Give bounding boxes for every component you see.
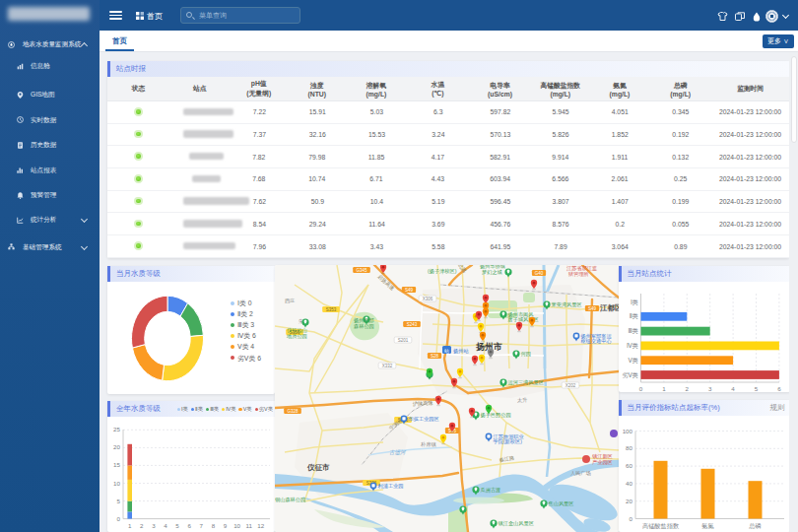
svg-text:10: 10 — [113, 480, 120, 487]
svg-text:总磷: 总磷 — [748, 522, 761, 529]
svg-text:何园: 何园 — [521, 351, 531, 357]
svg-text:学院(新校区): 学院(新校区) — [494, 438, 523, 445]
svg-text:太升: 太升 — [517, 397, 527, 403]
svg-text:S49: S49 — [588, 306, 597, 311]
svg-text:6: 6 — [187, 522, 191, 529]
svg-text:Ⅰ类: Ⅰ类 — [630, 298, 637, 304]
svg-text:20: 20 — [113, 443, 120, 450]
svg-text:狱管理所: 狱管理所 — [568, 271, 589, 278]
svg-text:7: 7 — [200, 522, 204, 529]
svg-text:9: 9 — [224, 522, 228, 529]
svg-text:40: 40 — [626, 479, 632, 486]
svg-text:Ⅲ类: Ⅲ类 — [628, 327, 637, 334]
svg-text:60: 60 — [626, 462, 632, 469]
svg-text:X306: X306 — [423, 297, 433, 301]
svg-text:2: 2 — [140, 522, 144, 529]
svg-text:3: 3 — [707, 385, 711, 392]
svg-text:100: 100 — [622, 427, 632, 433]
svg-text:华摈工业园区: 华摈工业园区 — [409, 416, 439, 422]
svg-text:G345: G345 — [356, 268, 367, 273]
svg-text:扬州站: 扬州站 — [453, 348, 469, 355]
svg-text:扬子邑野公园: 扬子邑野公园 — [481, 412, 511, 419]
svg-text:梦幻之城: 梦幻之城 — [482, 269, 502, 276]
svg-text:江都区: 江都区 — [599, 303, 619, 312]
svg-text:古运河: 古运河 — [389, 449, 407, 455]
svg-text:20: 20 — [626, 497, 632, 503]
svg-text:氨氮: 氨氮 — [701, 522, 713, 529]
svg-text:8: 8 — [212, 522, 216, 529]
svg-text:1: 1 — [128, 522, 132, 529]
svg-text:G40: G40 — [535, 271, 544, 276]
svg-text:铜山森林公园: 铜山森林公园 — [275, 497, 305, 502]
svg-text:Ⅳ类: Ⅳ类 — [627, 341, 638, 348]
svg-text:S201: S201 — [398, 338, 409, 343]
svg-text:10: 10 — [233, 522, 240, 529]
svg-text:0: 0 — [117, 515, 121, 522]
svg-text:S243: S243 — [407, 322, 418, 327]
svg-text:S49: S49 — [405, 288, 414, 293]
svg-text:朴席镇: 朴席镇 — [420, 441, 436, 447]
svg-text:12: 12 — [257, 522, 264, 529]
svg-text:站: 站 — [444, 348, 449, 354]
svg-text:X202: X202 — [565, 383, 576, 388]
svg-text:5: 5 — [754, 385, 758, 392]
svg-text:运河三湾风景区: 运河三湾风景区 — [508, 379, 544, 386]
svg-text:利浦工业园: 利浦工业园 — [378, 483, 404, 490]
svg-text:仪征市: 仪征市 — [306, 463, 330, 472]
svg-text:人民广场: 人民广场 — [570, 470, 591, 477]
svg-text:镇江金山风景区: 镇江金山风景区 — [499, 520, 534, 527]
svg-text:森林公园: 森林公园 — [354, 323, 374, 329]
svg-text:焦山风景区: 焦山风景区 — [549, 500, 574, 506]
svg-text:5: 5 — [117, 498, 121, 504]
svg-text:4: 4 — [164, 522, 167, 529]
svg-text:劣Ⅴ类: 劣Ⅴ类 — [622, 370, 638, 378]
svg-text:0: 0 — [629, 514, 632, 521]
svg-text:枢纽交通中心: 枢纽交通中心 — [581, 338, 613, 344]
svg-text:瓜洲古渡: 瓜洲古渡 — [481, 487, 501, 494]
svg-text:11: 11 — [245, 522, 252, 529]
svg-text:G328: G328 — [287, 409, 299, 414]
svg-text:西庄: 西庄 — [285, 298, 295, 303]
svg-text:茉萸湾风景区: 茉萸湾风景区 — [552, 301, 582, 308]
svg-text:高锰酸盐指数: 高锰酸盐指数 — [641, 522, 678, 530]
svg-text:(扬子津校区): (扬子津校区) — [428, 268, 457, 275]
svg-text:5: 5 — [175, 522, 179, 529]
svg-text:0: 0 — [638, 385, 642, 392]
svg-text:2: 2 — [685, 385, 689, 392]
svg-text:25: 25 — [113, 426, 120, 432]
svg-text:6: 6 — [777, 385, 781, 392]
svg-text:4: 4 — [731, 385, 735, 392]
svg-text:1: 1 — [662, 385, 666, 392]
svg-text:S353: S353 — [326, 307, 337, 312]
svg-text:Ⅱ类: Ⅱ类 — [629, 312, 637, 319]
svg-text:3: 3 — [152, 522, 156, 529]
svg-text:15: 15 — [113, 461, 120, 468]
svg-text:X332: X332 — [382, 364, 393, 368]
svg-text:产业园区: 产业园区 — [592, 459, 613, 465]
svg-text:地质公园: 地质公园 — [286, 333, 307, 339]
svg-text:Ⅴ类: Ⅴ类 — [628, 356, 637, 363]
svg-text:80: 80 — [626, 444, 632, 451]
svg-text:S28: S28 — [431, 354, 439, 359]
